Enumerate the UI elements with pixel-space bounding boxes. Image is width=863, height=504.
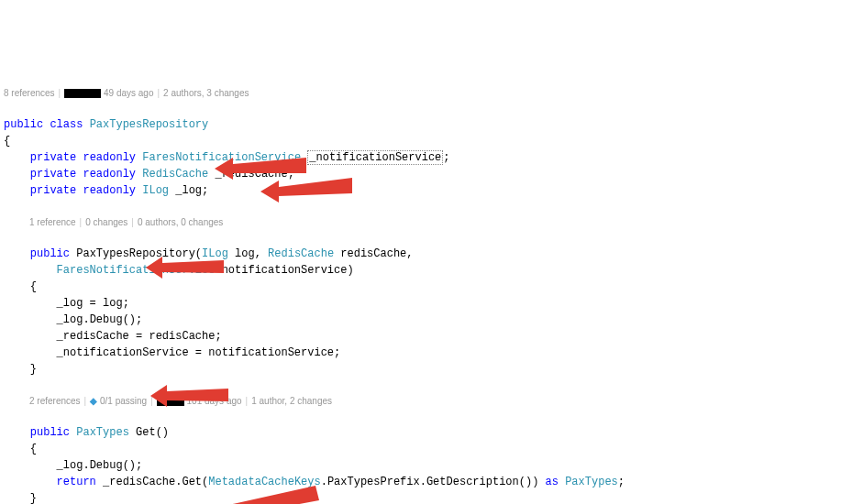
codelens-days[interactable]: 49 days ago — [104, 86, 154, 100]
type-rediscache: RedisCache — [142, 168, 208, 181]
codelens-authors[interactable]: 2 authors, 3 changes — [163, 86, 249, 100]
field-rediscache: _redisCache — [215, 168, 287, 181]
field-notificationservice: _notificationService — [307, 150, 443, 165]
codelens-get[interactable]: 2 references|◆ 0/1 passing| 101 days ago… — [29, 394, 859, 408]
svg-marker-1 — [260, 178, 352, 203]
svg-marker-4 — [150, 486, 319, 504]
ctor-name: PaxTypesRepository — [76, 247, 195, 260]
keyword-public: public — [4, 118, 43, 131]
type-paxtypesrepository: PaxTypesRepository — [90, 118, 209, 131]
type-ilog: ILog — [142, 184, 169, 197]
keyword-private: private — [30, 151, 76, 164]
codelens-ctor[interactable]: 1 reference|0 changes|0 authors, 0 chang… — [29, 215, 859, 229]
field-log: _log — [175, 184, 202, 197]
keyword-class: class — [50, 118, 83, 131]
keyword-readonly: readonly — [83, 151, 136, 164]
method-get: Get — [136, 426, 156, 439]
code-editor[interactable]: 8 references| 49 days ago|2 authors, 3 c… — [4, 70, 859, 504]
redacted-author — [157, 397, 184, 406]
codelens-refs[interactable]: 8 references — [4, 86, 55, 100]
codelens-class[interactable]: 8 references| 49 days ago|2 authors, 3 c… — [4, 86, 859, 100]
type-faresnotificationservice: FaresNotificationService — [142, 151, 301, 164]
test-status-icon[interactable]: ◆ — [90, 394, 97, 408]
redacted-author — [64, 89, 101, 98]
